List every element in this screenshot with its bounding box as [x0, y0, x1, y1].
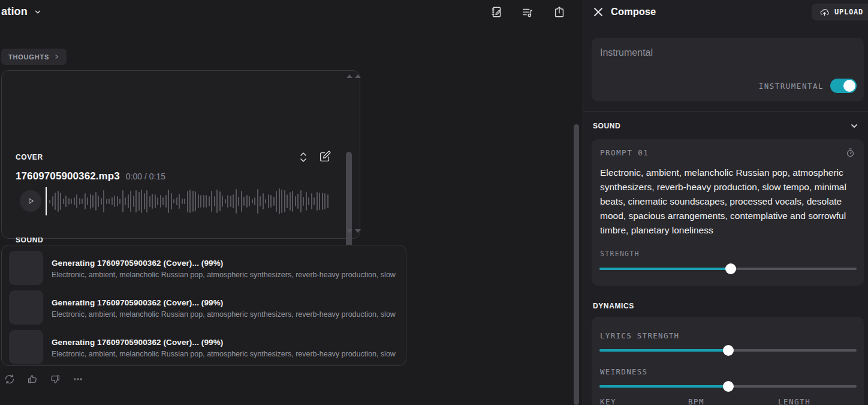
- waveform-bar: [103, 190, 104, 212]
- weirdness-label: WEIRDNESS: [600, 367, 647, 376]
- waveform-bar: [63, 199, 64, 205]
- generation-title: Generating 17609705900362 (Cover)... (99…: [52, 298, 223, 307]
- waveform-bar: [300, 190, 302, 212]
- waveform-bar: [119, 199, 120, 203]
- generation-thumbnail: [9, 251, 43, 285]
- length-label[interactable]: LENGTH: [778, 397, 810, 405]
- waveform-bar: [327, 194, 328, 208]
- play-button[interactable]: [20, 190, 41, 212]
- page-scrollbar-thumb[interactable]: [574, 124, 579, 405]
- generation-thumbnail: [9, 330, 43, 364]
- upload-button[interactable]: UPLOAD: [812, 4, 868, 20]
- scroll-up-icon[interactable]: [346, 74, 352, 78]
- waveform-bar: [98, 196, 99, 207]
- waveform-bar: [92, 195, 94, 207]
- generation-thumbnail: [9, 290, 43, 325]
- waveform-bar: [200, 195, 201, 208]
- strength-slider-knob[interactable]: [725, 263, 736, 274]
- waveform-bar: [206, 195, 207, 208]
- weirdness-slider-knob[interactable]: [723, 381, 734, 392]
- notes-edit-icon[interactable]: [490, 5, 504, 21]
- expand-collapse-icon[interactable]: [298, 151, 309, 166]
- card-divider: [2, 227, 345, 227]
- prompt-card: PROMPT 01 Electronic, ambient, melanchol…: [592, 139, 864, 286]
- waveform-bar: [314, 197, 315, 205]
- card-scrollbar-thumb[interactable]: [346, 152, 352, 254]
- compose-header: Compose UPLOAD: [583, 0, 868, 24]
- waveform-bar: [108, 199, 110, 205]
- waveform-bar: [128, 194, 129, 209]
- generation-list-item[interactable]: Generating 17609705900362 (Cover)... (99…: [9, 251, 400, 286]
- waveform-playhead[interactable]: [46, 187, 47, 215]
- waveform[interactable]: [49, 187, 328, 215]
- waveform-bar: [152, 194, 153, 209]
- waveform-bar: [257, 189, 258, 214]
- waveform-bar: [209, 196, 210, 206]
- waveform-bar: [203, 195, 204, 207]
- waveform-bar: [87, 197, 88, 205]
- scroll-up-icon[interactable]: [355, 74, 361, 78]
- regenerate-icon[interactable]: [4, 373, 16, 385]
- waveform-bar: [284, 190, 285, 212]
- bpm-label[interactable]: BPM: [688, 397, 778, 405]
- waveform-bar: [114, 196, 115, 207]
- waveform-bar: [241, 191, 242, 212]
- sound-section-label: SOUND: [593, 122, 620, 130]
- page-title-dropdown[interactable]: ation: [1, 5, 42, 18]
- prompt-label: PROMPT 01: [600, 148, 649, 157]
- waveform-bar: [225, 199, 226, 203]
- waveform-bar: [76, 194, 77, 209]
- waveform-bar: [322, 193, 323, 211]
- waveform-bar: [292, 191, 293, 212]
- waveform-bar: [85, 193, 86, 209]
- key-label[interactable]: KEY: [600, 397, 688, 405]
- weirdness-slider[interactable]: [599, 381, 857, 392]
- generation-subtitle: Electronic, ambient, melancholic Russian…: [52, 350, 396, 358]
- sound-section-header[interactable]: SOUND: [593, 121, 859, 131]
- section-divider: [583, 111, 868, 112]
- audio-file-name: 17609705900362.mp3: [16, 170, 120, 182]
- scroll-down-icon[interactable]: [346, 229, 352, 233]
- thumbs-down-icon[interactable]: [49, 373, 61, 385]
- share-icon[interactable]: [553, 5, 566, 21]
- waveform-bar: [287, 194, 288, 208]
- waveform-bar: [58, 191, 59, 212]
- generation-subtitle: Electronic, ambient, melancholic Russian…: [52, 271, 396, 279]
- generation-detail-panel: ation THOUGHTS COVER: [0, 0, 583, 405]
- thumbs-up-icon[interactable]: [26, 373, 38, 385]
- strength-slider[interactable]: [599, 263, 857, 274]
- timer-icon[interactable]: [845, 148, 855, 158]
- playlist-music-icon[interactable]: [522, 6, 535, 22]
- sound-section-label: SOUND: [16, 236, 43, 244]
- dynamics-section-label: DYNAMICS: [593, 302, 634, 310]
- text-fade-overlay: [2, 215, 344, 238]
- lyrics-input[interactable]: Instrumental INSTRUMENTAL: [592, 38, 864, 101]
- waveform-bar: [243, 197, 245, 206]
- compose-title: Compose: [611, 6, 656, 17]
- scroll-down-icon[interactable]: [355, 229, 361, 233]
- generation-list-item[interactable]: Generating 17609705900362 (Cover)... (99…: [9, 330, 400, 365]
- thoughts-badge[interactable]: THOUGHTS: [1, 49, 67, 65]
- generation-list-item[interactable]: Generating 17609705900362 (Cover)... (99…: [9, 290, 400, 325]
- lyrics-strength-slider-knob[interactable]: [723, 345, 734, 356]
- waveform-bar: [68, 198, 70, 205]
- waveform-bar: [95, 192, 97, 211]
- waveform-bar: [227, 195, 228, 208]
- waveform-bar: [249, 196, 250, 206]
- close-icon[interactable]: [593, 7, 604, 17]
- lyrics-placeholder: Instrumental: [600, 47, 653, 58]
- instrumental-toggle[interactable]: [830, 79, 857, 93]
- waveform-bar: [276, 191, 277, 212]
- waveform-bar: [273, 197, 275, 206]
- waveform-bar: [270, 195, 272, 208]
- waveform-bar: [192, 191, 194, 212]
- waveform-bar: [214, 196, 215, 206]
- prompt-text[interactable]: Electronic, ambient, melancholic Russian…: [600, 166, 858, 238]
- edit-icon[interactable]: [318, 150, 331, 166]
- waveform-bar: [297, 194, 299, 208]
- generations-list: Generating 17609705900362 (Cover)... (99…: [1, 245, 406, 366]
- waveform-bar: [149, 196, 150, 207]
- more-icon[interactable]: [72, 373, 84, 385]
- waveform-bar: [49, 200, 50, 203]
- lyrics-strength-slider[interactable]: [599, 345, 857, 356]
